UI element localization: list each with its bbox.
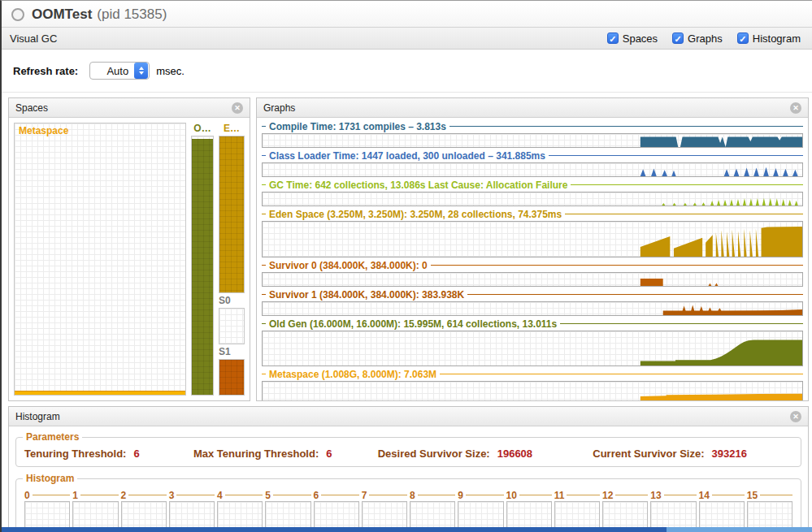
- border-line: [712, 495, 745, 495]
- class-loader-time-label: Class Loader Time: 1447 loaded, 300 unlo…: [269, 150, 545, 162]
- border-line: [369, 495, 407, 495]
- graphs-panel-header: Graphs ✕: [257, 98, 808, 118]
- border-line: [418, 495, 456, 495]
- spaces-body: Metaspace O… E… S0: [9, 118, 250, 400]
- toggle-spaces[interactable]: ✓Spaces: [607, 32, 658, 45]
- survivor-0-title: Survivor 0 (384.000K, 384.000K): 0: [262, 260, 803, 270]
- border-line: [760, 495, 792, 495]
- bin-title: 2: [121, 489, 167, 501]
- titlebar: OOMTest (pid 15385): [2, 2, 812, 27]
- histogram-bin-13: 13: [650, 489, 696, 532]
- refresh-rate-label: Refresh rate:: [13, 65, 78, 77]
- visualvm-window: OOMTest (pid 15385) Visual GC ✓Spaces✓Gr…: [0, 0, 812, 532]
- bin-title: 14: [699, 489, 745, 501]
- refresh-rate-unit: msec.: [156, 65, 185, 77]
- toggle-label: Histogram: [753, 32, 801, 45]
- metaspace-chart: [262, 381, 803, 400]
- survivor1-space-fill: [219, 360, 244, 395]
- toggle-histogram[interactable]: ✓Histogram: [737, 32, 801, 45]
- bin-label: 7: [362, 490, 367, 501]
- refresh-rate-select[interactable]: Auto: [89, 62, 150, 80]
- bottom-edge-bar: [2, 527, 812, 532]
- old-gen-column: O…: [191, 123, 214, 396]
- histogram-bin-8: 8: [410, 489, 455, 532]
- metaspace-label: Metaspace (1.008G, 8.000M): 7.063M: [269, 369, 436, 380]
- survivor-1-chart: [262, 301, 803, 316]
- survivor1-space: [219, 359, 245, 396]
- histogram-bins: 0123456789101112131415: [24, 489, 792, 532]
- survivor-0-chart: [262, 272, 803, 287]
- bin-title: 11: [554, 489, 600, 501]
- toggle-graphs[interactable]: ✓Graphs: [672, 32, 723, 45]
- bin-title: 13: [650, 489, 696, 501]
- compile-time-chart: [262, 133, 803, 148]
- bin-title: 4: [217, 489, 263, 501]
- parameter-tenuring-threshold: Tenuring Threshold:6: [24, 448, 193, 460]
- border-line: [262, 126, 266, 127]
- class-loader-time-block: Class Loader Time: 1447 loaded, 300 unlo…: [262, 150, 803, 177]
- checkbox-icon[interactable]: ✓: [607, 32, 619, 44]
- survivor-1-block: Survivor 1 (384.000K, 384.000K): 383.938…: [262, 289, 803, 316]
- bin-label: 0: [24, 490, 30, 501]
- border-line: [33, 495, 71, 495]
- histogram-panel: Histogram ✕ Parameters Tenuring Threshol…: [8, 406, 809, 532]
- histogram-close-icon[interactable]: ✕: [790, 411, 801, 422]
- histogram-bin-2: 2: [121, 489, 167, 532]
- refresh-rate-value: Auto: [90, 65, 134, 77]
- bin-label: 10: [506, 490, 517, 501]
- border-line: [128, 495, 167, 495]
- bin-label: 12: [602, 490, 613, 501]
- old-gen-block: Old Gen (16.000M, 16.000M): 15.995M, 614…: [262, 318, 803, 366]
- border-line: [262, 323, 266, 324]
- bin-label: 13: [650, 490, 661, 501]
- graphs-panel-title: Graphs: [263, 102, 295, 114]
- graphs-close-icon[interactable]: ✕: [790, 102, 801, 114]
- bin-title: 12: [602, 489, 648, 501]
- checkbox-icon[interactable]: ✓: [672, 32, 684, 44]
- parameter-value: 196608: [497, 448, 532, 460]
- border-line: [262, 184, 266, 185]
- bin-label: 4: [217, 490, 223, 501]
- checkbox-icon[interactable]: ✓: [737, 32, 749, 44]
- eden-space-block: Eden Space (3.250M, 3.250M): 3.250M, 28 …: [262, 209, 803, 257]
- border-line: [262, 294, 266, 295]
- compile-time-title: Compile Time: 1731 compiles – 3.813s: [262, 121, 803, 132]
- class-loader-time-chart: [262, 162, 803, 177]
- histogram-bin-10: 10: [506, 489, 552, 532]
- bin-label: 9: [458, 490, 463, 501]
- survivor-1-title: Survivor 1 (384.000K, 384.000K): 383.938…: [262, 289, 803, 300]
- eden-space: [219, 136, 245, 293]
- border-line: [431, 265, 803, 266]
- border-line: [571, 184, 803, 185]
- metaspace-title: Metaspace (1.008G, 8.000M): 7.063M: [262, 369, 803, 379]
- border-line: [664, 495, 697, 495]
- parameter-value: 6: [133, 448, 139, 460]
- border-line: [449, 126, 803, 127]
- old-gen-space-fill: [192, 139, 213, 395]
- parameter-value: 393216: [712, 448, 747, 460]
- border-line: [549, 155, 803, 156]
- gc-time-block: GC Time: 642 collections, 13.086s Last C…: [262, 179, 803, 206]
- compile-time-block: Compile Time: 1731 compiles – 3.813s: [262, 121, 803, 148]
- view-toggles: ✓Spaces✓Graphs✓Histogram: [607, 32, 804, 45]
- bin-title: 7: [362, 489, 407, 501]
- parameter-label: Desired Survivor Size:: [378, 448, 490, 460]
- bin-label: 14: [699, 490, 710, 501]
- refresh-rate-row: Refresh rate: Auto msec.: [2, 50, 812, 93]
- main-row: Spaces ✕ Metaspace O… E…: [8, 97, 809, 401]
- old-gen-space-label: O…: [191, 123, 214, 134]
- parameter-value: 6: [326, 448, 332, 460]
- stepper-icon[interactable]: [134, 63, 148, 79]
- eden-survivor-column: E… S0 S1: [219, 123, 245, 396]
- histogram-bin-0: 0: [24, 489, 70, 532]
- bin-title: 15: [747, 489, 792, 501]
- border-line: [273, 495, 311, 495]
- histogram-panel-header: Histogram ✕: [9, 407, 808, 426]
- bin-label: 5: [265, 490, 271, 501]
- border-line: [565, 214, 803, 214]
- histogram-body: Parameters Tenuring Threshold:6Max Tenur…: [9, 426, 808, 532]
- spaces-close-icon[interactable]: ✕: [232, 102, 243, 114]
- histogram-fieldset-title: Histogram: [23, 473, 77, 484]
- bin-title: 10: [506, 489, 552, 501]
- survivor-0-block: Survivor 0 (384.000K, 384.000K): 0: [262, 260, 803, 287]
